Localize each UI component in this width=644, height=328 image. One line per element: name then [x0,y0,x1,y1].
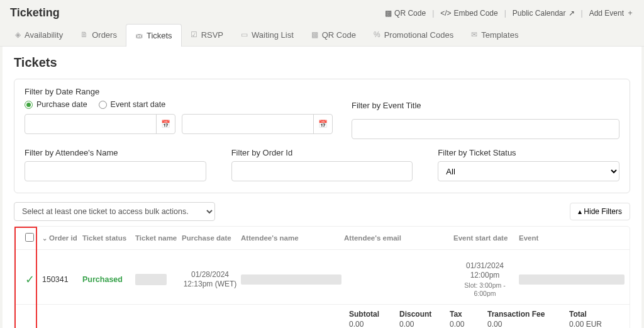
event-start-cell: 01/31/2024 12:00pm Slot: 3:00pm - 6:00pm [453,261,516,298]
order-id-label: Filter by Order Id [231,148,413,157]
qr-code-link[interactable]: ▩ QR Code [385,9,426,18]
col-order-id[interactable]: Order id [42,234,80,242]
radio-purchase-date[interactable]: Purchase date [25,100,87,109]
rsvp-icon: ☑ [191,30,197,39]
tab-label: Promotional Codes [384,30,454,40]
event-title-input[interactable] [352,119,619,139]
add-event-label: Add Event [589,9,624,18]
separator: | [432,9,434,18]
tab-rsvp[interactable]: ☑ RSVP [182,23,232,46]
subtotal-label: Subtotal [349,310,393,319]
date-to-wrap: 📅 [182,114,333,134]
hide-filters-button[interactable]: ▴ Hide Filters [570,203,630,220]
waiting-icon: ▭ [241,30,248,39]
radio-label: Purchase date [36,100,87,109]
tab-label: QR Code [322,30,356,40]
date-from-wrap: 📅 [25,114,175,134]
total-label: Total [569,310,619,319]
filter-box: Filter by Date Range Purchase date Event… [14,79,630,193]
order-id-input[interactable] [231,161,413,181]
col-ticket-name[interactable]: Ticket name [135,234,179,242]
purchase-date-cell: 01/28/2024 12:13pm (WET) [182,270,238,289]
external-link-icon: ↗ [569,9,575,18]
hide-filters-label: Hide Filters [584,207,622,216]
calendar-icon[interactable]: 📅 [156,115,175,133]
col-attendee-name[interactable]: Attendee's name [241,234,341,242]
col-event[interactable]: Event [519,234,625,242]
tickets-icon: 🎟 [135,31,143,40]
redacted-block [241,274,341,285]
separator: | [581,9,583,18]
radio-dot-icon [25,101,33,109]
subtotal-value: 0.00 [349,320,393,328]
tab-label: Tickets [147,31,172,40]
tab-templates[interactable]: ✉ Templates [462,23,527,46]
tab-label: RSVP [201,30,223,40]
date-range-label: Filter by Date Range [25,87,333,96]
availability-icon: ◈ [15,30,21,39]
tab-waiting-list[interactable]: ▭ Waiting List [232,23,303,46]
tab-label: Orders [92,30,117,40]
embed-code-label: Embed Code [454,9,498,18]
plus-icon: ＋ [626,8,634,18]
qr-code-label: QR Code [394,9,426,18]
tax-value: 0.00 [450,320,481,328]
tabs-nav: ◈ Availability 🗎 Orders 🎟 Tickets ☑ RSVP… [0,23,644,47]
section-title: Tickets [14,55,630,70]
public-calendar-label: Public Calendar [513,9,566,18]
status-cell: Purchased [82,275,133,284]
discount-label: Discount [399,310,443,319]
radio-label: Event start date [111,100,166,109]
redacted-block [135,274,167,285]
page-heading: Ticketing [10,6,60,20]
calendar-icon[interactable]: 📅 [313,115,332,133]
date-from-input[interactable] [25,120,156,129]
fee-label: Transaction Fee [487,310,563,319]
tab-availability[interactable]: ◈ Availability [6,23,72,46]
col-event-start[interactable]: Event start date [453,234,516,242]
col-attendee-email[interactable]: Attendee's email [344,234,451,242]
col-status[interactable]: Ticket status [82,234,133,242]
orders-icon: 🗎 [80,30,88,39]
public-calendar-link[interactable]: Public Calendar ↗ [513,9,575,18]
separator: | [504,9,506,18]
redacted-block [519,274,625,285]
tab-label: Availability [25,30,63,40]
tab-orders[interactable]: 🗎 Orders [72,23,126,46]
discount-value: 0.00 [399,320,443,328]
attendee-name-label: Filter by Attendee's Name [25,148,206,157]
embed-code-link[interactable]: </> Embed Code [440,9,497,18]
radio-dot-icon [99,101,107,109]
tab-tickets[interactable]: 🎟 Tickets [126,24,182,47]
ticket-status-label: Filter by Ticket Status [438,148,619,157]
col-purchase-date[interactable]: Purchase date [182,234,238,242]
qr-icon: ▩ [385,9,392,18]
event-title-label: Filter by Event Title [352,101,619,110]
check-icon: ✓ [19,273,40,286]
date-to-input[interactable] [182,120,313,129]
fee-value: 0.00 [487,320,563,328]
radio-event-start-date[interactable]: Event start date [99,100,166,109]
templates-icon: ✉ [471,30,477,39]
order-id-cell: 150341 [42,275,80,284]
promo-icon: % [374,30,380,39]
tax-label: Tax [450,310,481,319]
total-value: 0.00 EUR [569,320,619,328]
select-all-checkbox[interactable] [25,233,34,242]
add-event-link[interactable]: Add Event ＋ [589,8,634,18]
code-icon: </> [440,9,451,18]
totals-row: Subtotal 0.00 Discount 0.00 Tax 0.00 Tra… [14,305,630,328]
ticket-status-select[interactable]: All [438,161,619,181]
table-row[interactable]: ✓ 150341 Purchased 01/28/2024 12:13pm (W… [14,250,630,305]
tab-promo[interactable]: % Promotional Codes [365,23,462,46]
tab-qrcode[interactable]: ▩ QR Code [303,23,365,46]
chevron-up-icon: ▴ [578,207,582,216]
attendee-name-input[interactable] [25,161,206,181]
tab-label: Templates [481,30,518,40]
tab-label: Waiting List [252,30,294,40]
tickets-table: Order id Ticket status Ticket name Purch… [14,226,630,328]
qrcode-icon: ▩ [311,30,318,39]
bulk-actions-select[interactable]: Select at least one ticket to access bul… [14,202,215,221]
